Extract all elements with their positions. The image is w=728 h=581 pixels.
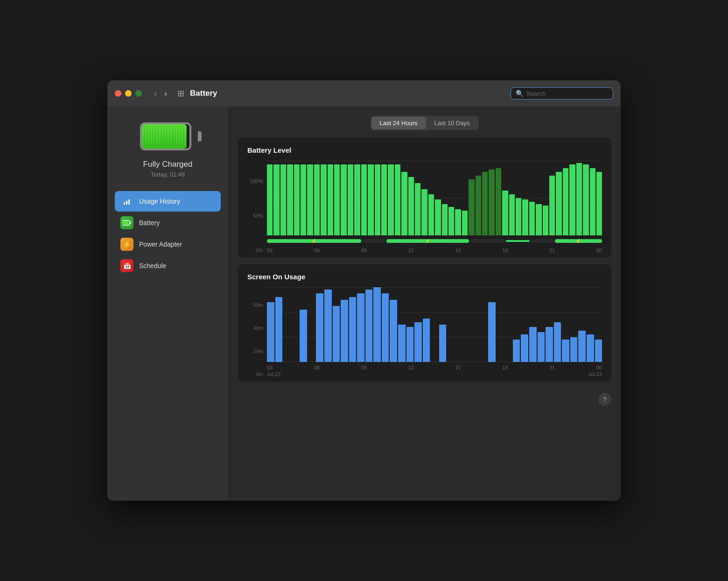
battery-level-chart: Battery Level 100% 50% 0% [238, 138, 611, 258]
svg-rect-5 [124, 221, 129, 225]
screen-bars-row [267, 287, 602, 362]
battery-bars-row [267, 161, 602, 235]
screen-usage-chart: Screen On Usage 60m 40m 20m 0m [238, 264, 611, 382]
screen-usage-bars-container: 03 06 09 12 15 18 21 00 Jul 22 [267, 287, 602, 377]
search-box[interactable]: 🔍 [511, 87, 613, 99]
y-label-60m: 60m [253, 302, 263, 308]
battery-status-title: Fully Charged [143, 160, 193, 169]
tab-bar: Last 24 Hours Last 10 Days [238, 116, 611, 130]
screen-usage-y-labels: 60m 40m 20m 0m [247, 302, 267, 377]
forward-button[interactable]: › [161, 88, 170, 99]
battery-status-time: Today, 01:48 [143, 171, 193, 178]
battery-tip [198, 131, 202, 142]
svg-rect-0 [124, 202, 125, 205]
screen-usage-title: Screen On Usage [247, 273, 602, 281]
nav-arrows: ‹ › [151, 88, 170, 99]
svg-rect-4 [130, 222, 131, 224]
schedule-icon: 📅 [120, 259, 133, 272]
sidebar-item-power-adapter[interactable]: ⚡ Power Adapter [115, 234, 221, 255]
battery-fill [142, 124, 187, 149]
minimize-button[interactable] [125, 90, 132, 97]
screen-x-labels: 03 06 09 12 15 18 21 00 [267, 365, 602, 370]
search-icon: 🔍 [516, 90, 524, 97]
usage-history-icon [120, 195, 133, 208]
tab-last-24-hours[interactable]: Last 24 Hours [371, 117, 426, 129]
tab-last-10-days[interactable]: Last 10 Days [426, 117, 478, 129]
battery-x-labels: 03 06 09 12 15 18 21 00 [267, 248, 602, 253]
battery-nav-icon [120, 216, 133, 229]
main-window: ‹ › ⊞ Battery 🔍 [107, 80, 621, 501]
y-label-0: 0% [256, 248, 263, 253]
window-title: Battery [190, 89, 217, 98]
screen-usage-chart-area: 60m 40m 20m 0m 0 [247, 287, 602, 377]
close-button[interactable] [115, 90, 121, 97]
sidebar-item-battery[interactable]: Battery [115, 213, 221, 233]
y-label-50: 50% [253, 213, 263, 219]
power-adapter-icon: ⚡ [120, 238, 133, 251]
battery-body [140, 122, 191, 150]
back-button[interactable]: ‹ [151, 88, 160, 99]
tab-group: Last 24 Hours Last 10 Days [371, 116, 479, 130]
search-input[interactable] [526, 90, 608, 97]
y-label-40m: 40m [253, 325, 263, 331]
y-label-100: 100% [250, 178, 263, 184]
battery-level-y-labels: 100% 50% 0% [247, 178, 267, 253]
battery-level-bars-container: ⚡ ⚡ ⚡ [267, 161, 602, 253]
fullscreen-button[interactable] [135, 90, 142, 97]
svg-rect-2 [128, 199, 130, 205]
svg-rect-1 [126, 201, 127, 205]
sidebar-nav: Usage History Battery ⚡ [115, 191, 221, 276]
sidebar-item-schedule[interactable]: 📅 Schedule [115, 255, 221, 276]
grid-icon[interactable]: ⊞ [177, 88, 184, 99]
battery-icon [140, 120, 196, 152]
battery-nav-label: Battery [139, 219, 160, 227]
traffic-lights [115, 90, 142, 97]
main-content: Fully Charged Today, 01:48 Usage History [107, 106, 621, 501]
schedule-label: Schedule [139, 262, 166, 269]
screen-x-sublabels: Jul 22 Jul 23 [267, 371, 602, 377]
battery-level-title: Battery Level [247, 146, 602, 154]
power-adapter-label: Power Adapter [139, 241, 182, 248]
sidebar-item-usage-history[interactable]: Usage History [115, 191, 221, 212]
usage-history-label: Usage History [139, 198, 180, 205]
help-button[interactable]: ? [598, 393, 611, 406]
content-area: Last 24 Hours Last 10 Days Battery Level… [229, 106, 621, 501]
sidebar: Fully Charged Today, 01:48 Usage History [107, 106, 229, 501]
battery-status: Fully Charged Today, 01:48 [143, 160, 193, 178]
battery-level-chart-area: 100% 50% 0% ⚡ [247, 161, 602, 253]
y-label-20m: 20m [253, 348, 263, 354]
titlebar: ‹ › ⊞ Battery 🔍 [107, 80, 621, 106]
battery-stripes [142, 124, 187, 149]
y-label-0m: 0m [256, 371, 263, 377]
